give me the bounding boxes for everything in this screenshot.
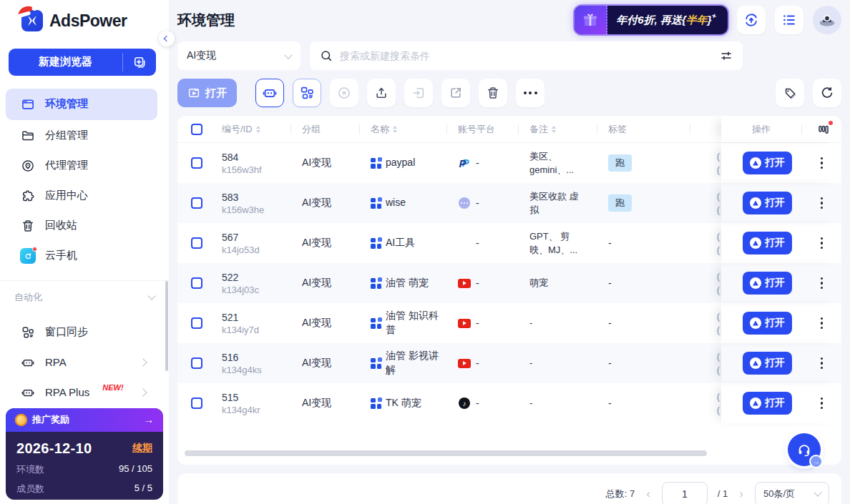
sidebar-item-rpa-plus[interactable]: RPA Plus NEW! — [6, 378, 157, 407]
cell-tags: - — [597, 343, 690, 383]
open-button[interactable]: 打开 — [177, 79, 237, 107]
row-checkbox[interactable] — [191, 397, 202, 409]
search-input[interactable] — [340, 50, 713, 61]
delete-button[interactable] — [479, 79, 507, 107]
tags-button[interactable] — [776, 79, 804, 107]
promo-discount-banner[interactable]: 年付6折, 再送{半年}+ — [575, 6, 728, 34]
expiry-date: 2026-12-10 — [16, 440, 92, 457]
env-id: k134g4kr — [222, 405, 260, 415]
sidebar-item-recycle-bin[interactable]: 回收站 — [6, 212, 157, 240]
table-row[interactable]: 516 k134g4ks AI变现 油管 影视讲解 - - - ( ( 打开 — [177, 343, 841, 383]
column-header-id[interactable]: 编号/ID — [210, 116, 290, 142]
table-row[interactable]: 583 k156w3he AI变现 wise - 美区收款 虚拟 跑 ( ( 打… — [177, 183, 841, 223]
search-icon — [320, 49, 333, 62]
filter-sliders-icon[interactable] — [720, 49, 733, 62]
row-menu-button[interactable] — [818, 194, 826, 212]
row-checkbox[interactable] — [191, 277, 202, 289]
sidebar-collapse-button[interactable] — [159, 31, 175, 46]
chevron-right-icon — [139, 388, 147, 396]
task-list-button[interactable] — [775, 6, 803, 34]
row-checkbox[interactable] — [191, 317, 202, 329]
refresh-button[interactable] — [813, 79, 841, 107]
sidebar-item-rpa[interactable]: RPA — [6, 348, 157, 377]
row-menu-button[interactable] — [818, 395, 826, 412]
group-filter-select[interactable]: AI变现 — [177, 41, 301, 70]
column-header-tags[interactable]: 标签 — [597, 116, 690, 142]
row-checkbox[interactable] — [191, 197, 202, 209]
row-menu-button[interactable] — [818, 234, 826, 252]
page-number-input[interactable] — [662, 482, 708, 504]
row-open-button[interactable]: 打开 — [743, 392, 792, 415]
column-settings-button[interactable] — [817, 123, 830, 136]
cell-platform: - — [446, 223, 518, 263]
window-sync-button[interactable] — [293, 79, 321, 107]
row-open-button[interactable]: 打开 — [743, 312, 792, 335]
table-row[interactable]: 567 k14jo53d AI变现 AI工具 - GPT、 剪映、MJ、... … — [177, 223, 841, 263]
platform-value: - — [476, 197, 479, 209]
rpa-robot-button[interactable] — [255, 79, 284, 107]
env-name: 油管 知识科普 — [386, 309, 446, 337]
cell-platform: ♪ - — [446, 383, 518, 423]
row-checkbox[interactable] — [191, 237, 202, 249]
export-upload-button[interactable] — [367, 79, 396, 107]
cell-actions: 打开 — [721, 223, 841, 263]
cell-group: AI变现 — [290, 383, 359, 423]
column-header-group[interactable]: 分组 — [290, 116, 359, 142]
divider — [0, 280, 169, 281]
move-to-group-button[interactable] — [404, 79, 433, 107]
row-open-button[interactable]: 打开 — [743, 192, 792, 214]
horizontal-scrollbar[interactable] — [185, 450, 707, 456]
share-button[interactable] — [441, 79, 470, 107]
renew-link[interactable]: 续期 — [132, 442, 152, 455]
row-menu-button[interactable] — [818, 154, 826, 172]
sidebar-item-label: 环境管理 — [45, 97, 88, 111]
prev-page-button[interactable]: ‹ — [645, 487, 652, 501]
sidebar-item-environments[interactable]: 环境管理 — [6, 89, 157, 120]
platform-value: - — [476, 237, 479, 249]
coin-icon — [15, 414, 27, 426]
env-id: k134iy7d — [222, 325, 259, 335]
cloud-phone-icon — [20, 248, 36, 264]
new-browser-button[interactable]: 新建浏览器 — [9, 49, 156, 76]
referral-banner[interactable]: 推广奖励 → — [6, 408, 163, 432]
next-page-button[interactable]: › — [738, 487, 745, 501]
column-header-note[interactable]: 备注 — [518, 116, 597, 142]
sidebar-item-groups[interactable]: 分组管理 — [6, 122, 157, 150]
row-menu-button[interactable] — [818, 355, 826, 372]
sidebar-item-app-center[interactable]: 应用中心 — [6, 182, 157, 210]
headset-icon — [796, 442, 812, 458]
row-checkbox[interactable] — [191, 357, 202, 369]
row-menu-button[interactable] — [818, 275, 826, 292]
sidebar-item-label: 应用中心 — [45, 189, 88, 202]
automation-section[interactable]: 自动化 — [14, 291, 155, 304]
cell-note: - — [518, 303, 597, 343]
row-open-button[interactable]: 打开 — [743, 232, 792, 255]
column-header-name[interactable]: 名称 — [359, 116, 446, 142]
check-update-button[interactable] — [737, 6, 766, 34]
row-open-button[interactable]: 打开 — [743, 272, 792, 295]
column-header-platform[interactable]: 账号平台 — [446, 116, 518, 142]
tag-icon — [783, 86, 797, 100]
avatar[interactable] — [813, 6, 841, 34]
table-row[interactable]: 584 k156w3hf AI变现 paypal PP - 美区、gemini、… — [177, 143, 841, 183]
sidebar-scrollbar[interactable] — [165, 281, 168, 371]
support-button[interactable]: → — [788, 433, 821, 466]
sidebar-item-proxies[interactable]: 代理管理 — [6, 152, 157, 180]
row-checkbox[interactable] — [191, 157, 202, 169]
promo-panel: 推广奖励 → 2026-12-10 续期 环境数 95 / 105 成员数 5 … — [6, 408, 163, 500]
row-open-button[interactable]: 打开 — [743, 152, 792, 174]
more-button[interactable] — [516, 79, 544, 107]
arrow-right-icon: → — [144, 414, 154, 425]
new-browser-batch-icon[interactable] — [123, 55, 156, 69]
page-size-select[interactable]: 50条/页 — [755, 482, 829, 504]
sidebar-item-window-sync[interactable]: 窗口同步 — [6, 318, 157, 347]
table-row[interactable]: 522 k134j03c AI变现 油管 萌宠 - 萌宠 - ( ( 打开 — [177, 263, 841, 303]
sidebar-item-cloud-phone[interactable]: 云手机 — [6, 242, 157, 270]
table-row[interactable]: 515 k134g4kr AI变现 TK 萌宠 ♪ - - - ( ( 打开 — [177, 383, 841, 423]
cell-note: - — [518, 383, 597, 423]
cancel-button[interactable] — [330, 79, 358, 107]
row-menu-button[interactable] — [818, 315, 826, 332]
select-all-checkbox[interactable] — [191, 124, 202, 135]
row-open-button[interactable]: 打开 — [743, 352, 792, 375]
table-row[interactable]: 521 k134iy7d AI变现 油管 知识科普 - - - ( ( 打开 — [177, 303, 841, 343]
